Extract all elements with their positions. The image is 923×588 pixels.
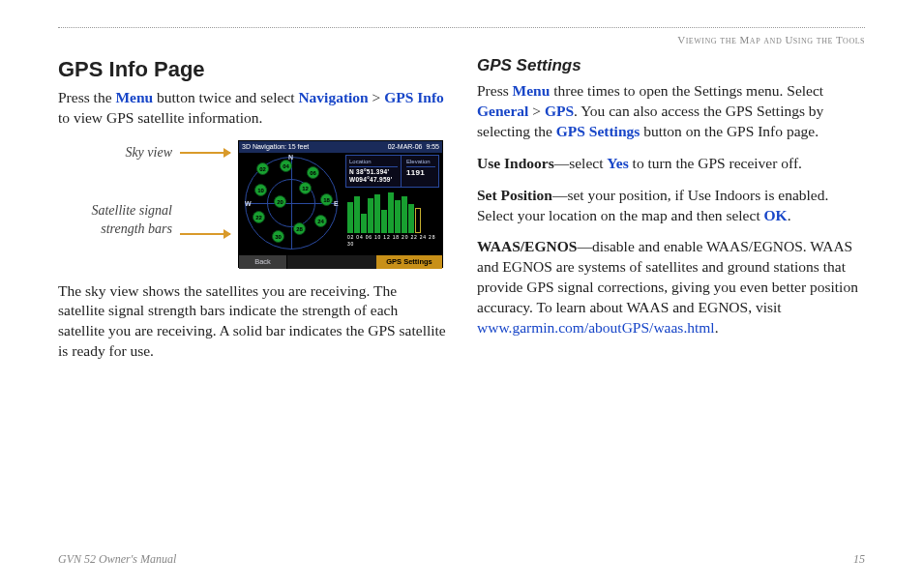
bar-numbers: 02 04 06 10 12 18 20 22 24 28 30	[345, 233, 439, 249]
back-button[interactable]: Back	[239, 255, 287, 269]
navigation-link: Navigation	[298, 89, 368, 105]
sky-view-panel: N E W 02 04 06 10 12 18 20 22 24 28 30	[239, 153, 342, 255]
sky-view-description: The sky view shows the satellites you ar…	[58, 281, 446, 363]
menu-link: Menu	[513, 82, 551, 99]
general-link: General	[477, 103, 528, 119]
ss-date: 02-MAR-06	[388, 143, 423, 150]
gps-settings-intro: Press Menu three times to open the Setti…	[477, 81, 865, 142]
arrow-icon	[180, 233, 230, 235]
set-position-desc: Set Position—set your position, if Use I…	[477, 186, 865, 226]
caption-signal-bars: Satellite signal strength bars	[58, 202, 172, 239]
section-heading-gps-info: GPS Info Page	[58, 55, 446, 84]
elevation-label: Elevation	[406, 158, 435, 167]
gps-figure: Sky view Satellite signal strength bars …	[58, 140, 446, 268]
location-label: Location	[349, 158, 398, 167]
chapter-breadcrumb: Viewing the Map and Using the Tools	[58, 34, 865, 45]
gps-link: GPS	[545, 103, 574, 119]
ss-title: 3D Navigation: 15 feet	[242, 142, 309, 152]
compass-e: E	[334, 199, 339, 208]
compass-w: W	[245, 199, 252, 208]
page-number: 15	[853, 552, 865, 567]
section-heading-gps-settings: GPS Settings	[477, 55, 865, 77]
arrow-icon	[180, 152, 230, 154]
ok-link: OK	[764, 207, 788, 223]
menu-link: Menu	[115, 89, 153, 105]
yes-link: Yes	[607, 155, 628, 171]
elevation-value: 1191	[406, 168, 435, 179]
ss-time: 9:55	[426, 143, 439, 150]
gps-settings-link: GPS Settings	[556, 123, 640, 139]
location-value-2: W094°47.959'	[349, 176, 398, 185]
waas-egnos-desc: WAAS/EGNOS—disable and enable WAAS/EGNOS…	[477, 237, 865, 338]
gps-screenshot: 3D Navigation: 15 feet 02-MAR-06 9:55 N …	[238, 140, 443, 268]
location-value-1: N 38°51.394'	[349, 168, 398, 177]
waas-url[interactable]: www.garmin.com/aboutGPS/waas.html	[477, 319, 715, 336]
footer-manual-title: GVN 52 Owner's Manual	[58, 552, 176, 567]
signal-bars	[345, 191, 439, 233]
use-indoors-desc: Use Indoors—select Yes to turn the GPS r…	[477, 154, 865, 174]
gps-info-intro: Press the Menu button twice and select N…	[58, 88, 446, 129]
gps-info-link: GPS Info	[384, 89, 444, 105]
caption-sky-view: Sky view	[58, 144, 172, 162]
gps-settings-button[interactable]: GPS Settings	[376, 255, 442, 269]
